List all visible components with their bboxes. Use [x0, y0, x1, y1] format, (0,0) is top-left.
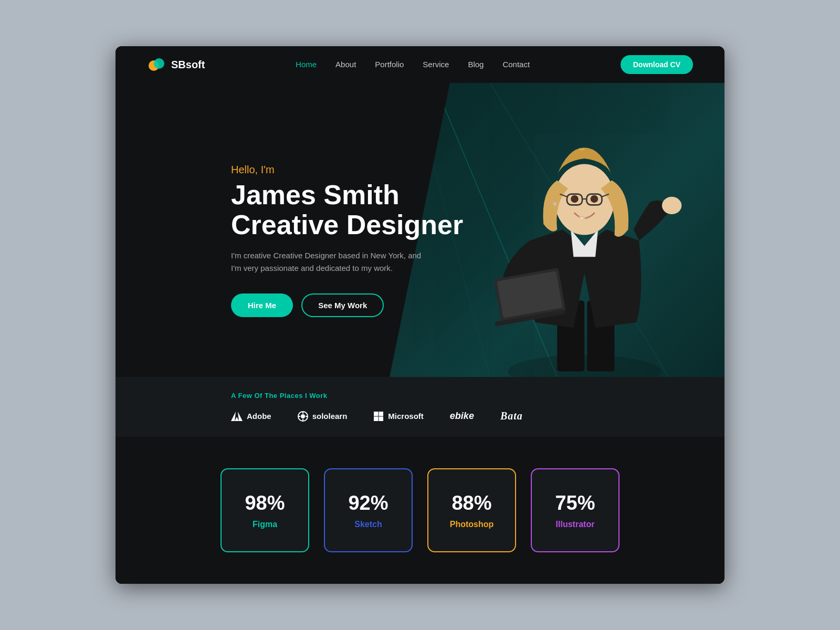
ebike-label: ebike	[450, 411, 474, 422]
skill-figma: 98% Figma	[220, 468, 309, 552]
nav-about[interactable]: About	[335, 60, 356, 69]
sketch-percent: 92%	[348, 492, 388, 514]
skill-sketch: 92% Sketch	[324, 468, 413, 552]
figma-percent: 98%	[245, 492, 285, 514]
nav-service[interactable]: Service	[423, 60, 449, 69]
nav-contact[interactable]: Contact	[502, 60, 530, 69]
nav-blog[interactable]: Blog	[468, 60, 484, 69]
svg-rect-31	[379, 416, 384, 421]
sololearn-icon	[298, 411, 308, 422]
nav-contact-link[interactable]: Contact	[502, 60, 530, 69]
brand-bata: Bata	[500, 410, 523, 422]
skills-section: 98% Figma 92% Sketch 88% Photoshop 75% I…	[116, 437, 724, 584]
sketch-name: Sketch	[354, 520, 382, 529]
nav-blog-link[interactable]: Blog	[468, 60, 484, 69]
hero-name: James Smith	[231, 180, 463, 210]
illustrator-name: Illustrator	[556, 520, 595, 529]
nav-service-link[interactable]: Service	[423, 60, 449, 69]
brands-section: A Few Of The Places I Work Adobe	[116, 377, 724, 437]
logo[interactable]: SBsoft	[147, 55, 205, 74]
skill-illustrator: 75% Illustrator	[531, 468, 620, 552]
photoshop-name: Photoshop	[450, 520, 494, 529]
brands-list: Adobe sololearn	[231, 410, 609, 422]
skill-photoshop: 88% Photoshop	[427, 468, 516, 552]
svg-rect-30	[374, 416, 379, 421]
hire-me-button[interactable]: Hire Me	[231, 293, 293, 317]
nav-portfolio[interactable]: Portfolio	[375, 60, 404, 69]
svg-point-21	[553, 202, 556, 205]
brand-adobe: Adobe	[231, 411, 271, 422]
brands-label: A Few Of The Places I Work	[231, 392, 609, 400]
hero-image	[486, 104, 682, 377]
nav-portfolio-link[interactable]: Portfolio	[375, 60, 404, 69]
bata-label: Bata	[500, 410, 523, 422]
adobe-icon	[231, 411, 243, 422]
nav-home-link[interactable]: Home	[296, 60, 317, 69]
figma-name: Figma	[253, 520, 277, 529]
svg-point-8	[662, 197, 681, 214]
microsoft-label: Microsoft	[388, 412, 424, 421]
brand-sololearn: sololearn	[298, 411, 348, 422]
svg-point-20	[590, 195, 598, 203]
navbar: SBsoft Home About Portfolio Service Blog…	[116, 46, 724, 83]
person-illustration	[486, 104, 682, 377]
illustrator-percent: 75%	[555, 492, 595, 514]
hero-description: I'm creative Creative Designer based in …	[231, 249, 430, 275]
hero-greeting: Hello, I'm	[231, 164, 463, 176]
download-cv-button[interactable]: Download CV	[621, 55, 693, 74]
logo-icon	[147, 55, 166, 74]
svg-point-23	[301, 414, 305, 418]
brand-name: SBsoft	[171, 59, 205, 71]
nav-about-link[interactable]: About	[335, 60, 356, 69]
brand-microsoft: Microsoft	[373, 411, 424, 422]
adobe-label: Adobe	[247, 412, 271, 421]
sololearn-label: sololearn	[312, 412, 348, 421]
nav-links: Home About Portfolio Service Blog Contac…	[296, 60, 530, 69]
svg-point-1	[154, 58, 164, 69]
svg-rect-28	[374, 412, 379, 416]
microsoft-icon	[373, 411, 384, 422]
see-my-work-button[interactable]: See My Work	[301, 293, 384, 317]
hero-content: Hello, I'm James Smith Creative Designer…	[116, 143, 463, 317]
brand-ebike: ebike	[450, 411, 474, 422]
hero-buttons: Hire Me See My Work	[231, 293, 463, 317]
svg-rect-29	[379, 412, 384, 416]
hero-section: Hello, I'm James Smith Creative Designer…	[116, 83, 724, 377]
hero-title: Creative Designer	[231, 210, 463, 240]
photoshop-percent: 88%	[452, 492, 491, 514]
svg-point-19	[571, 195, 579, 203]
nav-home[interactable]: Home	[296, 60, 317, 69]
main-window: SBsoft Home About Portfolio Service Blog…	[116, 46, 724, 584]
